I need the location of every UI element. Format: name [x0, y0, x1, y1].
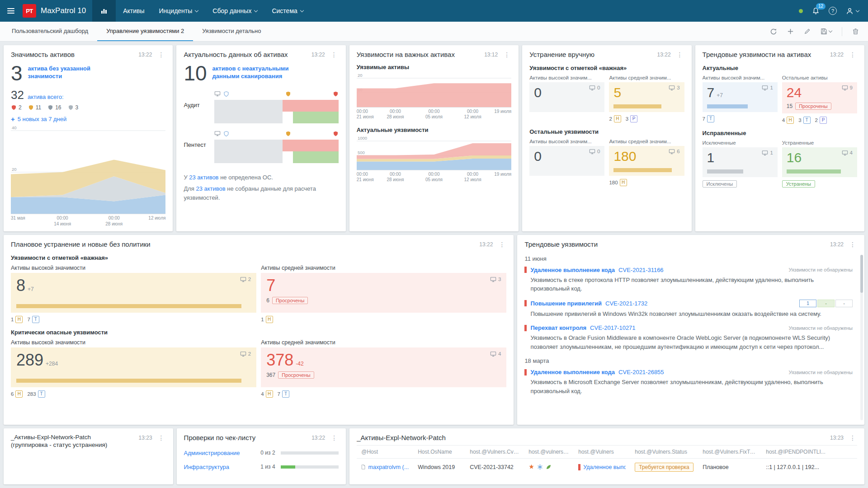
kebab-menu-icon[interactable]: ⋮ [675, 51, 684, 59]
edit-button[interactable] [804, 28, 811, 35]
kebab-menu-icon[interactable]: ⋮ [497, 240, 506, 249]
badge-t[interactable]: 7Т [27, 316, 39, 323]
assets-no-os-link[interactable]: 23 активов [189, 174, 218, 181]
col-cves[interactable]: host.@Vulners.Cves.It... [465, 445, 524, 458]
badge-p[interactable]: 2Р [815, 117, 827, 124]
assets-without-significance-link[interactable]: актива без указанной значимости [28, 65, 105, 84]
vuln-name-link[interactable]: Повышение привилегий [530, 300, 602, 307]
section-important: Уязвимости с отметкой «важная» [529, 65, 684, 71]
kebab-menu-icon[interactable]: ⋮ [848, 434, 857, 442]
widget-title: _Активы-Expl-Network-Patch [357, 434, 446, 442]
col-host[interactable]: @Host [357, 445, 413, 458]
badge-t[interactable]: 3Т [798, 117, 810, 124]
scrollbar-thumb[interactable] [860, 255, 863, 293]
host-link[interactable]: maxpatrolvm (... [368, 464, 409, 470]
kebab-menu-icon[interactable]: ⋮ [502, 51, 511, 59]
pt-logo[interactable]: PT [23, 4, 36, 18]
cve-link[interactable]: CVE-2021-26855 [618, 369, 664, 375]
significance-none[interactable]: 3 [68, 104, 79, 111]
new-assets-link[interactable]: 5 новых за 7 дней [18, 116, 67, 122]
vuln-name-link[interactable]: Удаленное выполнение кода [530, 369, 615, 375]
save-button[interactable] [821, 28, 832, 35]
user-menu[interactable] [846, 7, 859, 15]
col-ipendpoint[interactable]: host.@IPENDPOINTLI... [761, 445, 857, 458]
audit-stacked-bar[interactable] [214, 100, 338, 123]
overdue-row: 15Просрочены [787, 103, 853, 110]
pentest-stacked-bar[interactable] [214, 140, 338, 163]
chip-count[interactable]: 1 [799, 300, 816, 307]
vuln-name-link[interactable]: Удаленное выполнение кода [530, 267, 615, 273]
col-status[interactable]: host.@Vulners.Status [630, 445, 698, 458]
vulner-link[interactable]: Удаленное выпол [583, 464, 626, 470]
assets-without-significance-count: 3 [11, 63, 23, 84]
vuln-name-link[interactable]: Перехват контроля [530, 324, 586, 331]
checklist-category-link[interactable]: Инфраструктура [184, 464, 252, 470]
kebab-menu-icon[interactable]: ⋮ [156, 51, 165, 59]
nav-incidents[interactable]: Инциденты [152, 0, 206, 22]
help-button[interactable]: ? [829, 7, 837, 15]
dashboard-toolbar [770, 22, 865, 41]
badge-new[interactable]: 2Н [609, 115, 621, 122]
kebab-menu-icon[interactable]: ⋮ [330, 51, 339, 59]
table-row[interactable]: maxpatrolvm (... Windows 2019 CVE-2021-3… [357, 458, 857, 476]
widget-title: Устранение вручную [529, 51, 594, 59]
badge-t[interactable]: 7Т [278, 390, 289, 398]
nav-system[interactable]: Система [264, 0, 310, 22]
badge-t[interactable]: 283Т [27, 390, 45, 398]
widget-time: 13:22 [830, 240, 844, 248]
delete-button[interactable] [852, 28, 859, 35]
badge-new[interactable]: 180Н [609, 179, 627, 186]
tab-vulnerabilities-detail[interactable]: Уязвимости детально [193, 22, 270, 41]
hamburger-menu-icon[interactable] [0, 0, 22, 22]
stale-assets-link[interactable]: активов с неактуальными данными сканиров… [212, 65, 289, 84]
badge-p[interactable]: 3Р [626, 115, 637, 122]
cve-link[interactable]: CVE-2021-31166 [618, 267, 664, 273]
kebab-menu-icon[interactable]: ⋮ [157, 434, 166, 442]
severity-marker [524, 300, 527, 306]
col-fixtype[interactable]: host.@Vulners.FixType [698, 445, 761, 458]
mini-card-high-assets: Активы высокой значим... 0 0 [529, 75, 604, 123]
badge-new[interactable]: 6Н [11, 390, 23, 398]
progress-fill [281, 465, 295, 469]
nav-assets[interactable]: Активы [116, 0, 151, 22]
tab-vulnerability-management[interactable]: Управление уязвимостями 2 [97, 22, 193, 41]
overdue-badge: Просрочены [278, 371, 314, 379]
shield-outline-icon [223, 91, 229, 97]
significance-low[interactable]: 16 [47, 104, 61, 111]
scrollbar[interactable] [860, 255, 863, 420]
refresh-button[interactable] [770, 28, 777, 35]
add-widget-button[interactable] [787, 28, 794, 35]
badge-t[interactable]: 7Т [703, 115, 714, 122]
widget-title: Трендовые уязвимости на активах [703, 51, 811, 59]
kebab-menu-icon[interactable]: ⋮ [848, 240, 857, 249]
actual-vulns-chart: 5001000 00:0021 июня00:0028 июня00:0005 … [357, 135, 511, 182]
assets-total-link[interactable]: актива всего: [28, 94, 64, 100]
nav-data-collection[interactable]: Сбор данных [205, 0, 264, 22]
widget-time: 13:23 [139, 434, 152, 441]
assets-no-data-link[interactable]: 23 активов [196, 185, 225, 192]
significance-medium[interactable]: 11 [28, 104, 41, 111]
notifications-button[interactable]: 12 [812, 7, 820, 15]
badge-new[interactable]: 4Н [782, 117, 794, 124]
document-icon [361, 464, 365, 470]
kebab-menu-icon[interactable]: ⋮ [330, 434, 339, 442]
chip-empty[interactable]: - [835, 300, 853, 307]
shield-icon [47, 104, 53, 111]
vuln-count: 0 [534, 149, 542, 164]
chip-empty[interactable]: - [817, 300, 835, 307]
progress-track [281, 465, 339, 469]
letter-badge: Н [787, 117, 794, 124]
col-metrics[interactable]: host.@vulners.Metrics [524, 445, 574, 458]
badge-new[interactable]: 1Н [261, 316, 273, 323]
col-osname[interactable]: Host.OsName [413, 445, 465, 458]
badge-new[interactable]: 1Н [11, 316, 23, 323]
col-vulners[interactable]: host.@Vulners [574, 445, 630, 458]
cve-link[interactable]: CVE-2021-1732 [605, 300, 647, 307]
badge-new[interactable]: 4Н [261, 390, 273, 398]
tab-user-dashboard[interactable]: Пользовательский дашборд [3, 22, 97, 41]
checklist-category-link[interactable]: Администрирование [184, 450, 252, 456]
cve-link[interactable]: CVE-2017-10271 [590, 324, 635, 331]
nav-dashboards[interactable] [92, 0, 116, 22]
kebab-menu-icon[interactable]: ⋮ [848, 51, 857, 59]
significance-high[interactable]: 2 [11, 104, 22, 111]
